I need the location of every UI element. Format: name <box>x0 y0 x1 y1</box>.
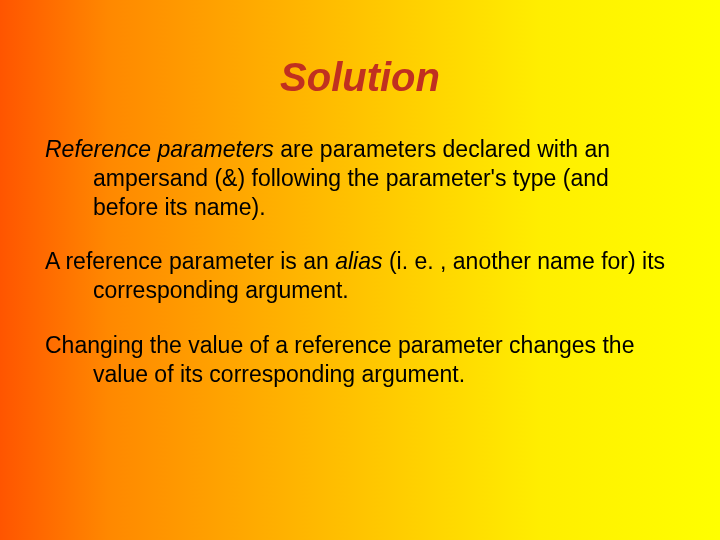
para2-italic: alias <box>335 248 382 274</box>
para2-pre: A reference parameter is an <box>45 248 335 274</box>
slide: Solution Reference parameters are parame… <box>0 0 720 540</box>
paragraph-3: Changing the value of a reference parame… <box>45 331 675 389</box>
slide-title: Solution <box>45 55 675 100</box>
paragraph-1: Reference parameters are parameters decl… <box>45 135 675 221</box>
para1-lead-italic: Reference parameters <box>45 136 274 162</box>
paragraph-2: A reference parameter is an alias (i. e.… <box>45 247 675 305</box>
